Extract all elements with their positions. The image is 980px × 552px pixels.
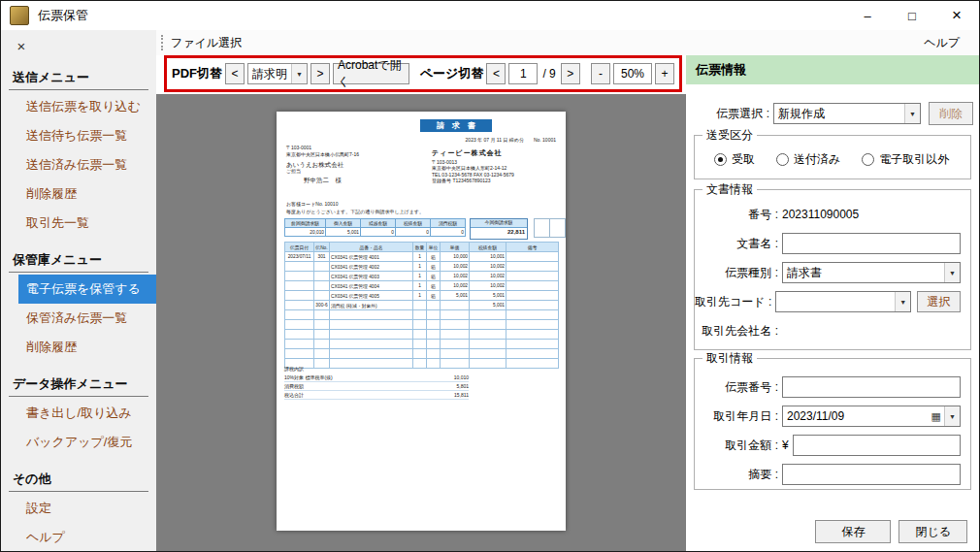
client-name-label: 取引先会社名 : bbox=[695, 323, 778, 340]
open-acrobat-button[interactable]: Acrobatで開く bbox=[333, 63, 409, 84]
radio-unchecked-icon bbox=[862, 153, 874, 166]
close-button[interactable]: × bbox=[934, 1, 979, 30]
sidebar-item-partner-list[interactable]: 取引先一覧 bbox=[18, 209, 156, 238]
docname-input[interactable] bbox=[782, 233, 961, 254]
pdf-prev-button[interactable]: < bbox=[225, 63, 245, 84]
sidebar-heading-storage-menu: 保管庫メニュー bbox=[9, 249, 148, 273]
sender-line: 東京都中央区日本橋人形町2-14-12 bbox=[432, 165, 514, 172]
invoice-sender-block: ティービー株式会社 〒103-0013 東京都中央区日本橋人形町2-14-12 … bbox=[432, 150, 514, 184]
sidebar: × 送信メニュー 送信伝票を取り込む 送信待ち伝票一覧 送信済み伝票一覧 削除履… bbox=[1, 30, 156, 551]
zoom-input[interactable] bbox=[613, 63, 652, 84]
memo-input[interactable] bbox=[782, 464, 961, 485]
sidebar-item-backup-restore[interactable]: バックアップ/復元 bbox=[18, 428, 156, 457]
stamp-box bbox=[534, 218, 566, 238]
help-link[interactable]: ヘルプ bbox=[924, 35, 960, 51]
sidebar-item-stored-slip-list[interactable]: 保管済み伝票一覧 bbox=[18, 304, 156, 333]
invoice-document: 請 求 書 2023 年 07 月 11 日 締め分 No. 10001 〒10… bbox=[277, 112, 566, 531]
sidebar-heading-send-menu: 送信メニュー bbox=[9, 67, 148, 90]
sidebar-item-help[interactable]: ヘルプ bbox=[18, 523, 156, 551]
window-controls: – □ × bbox=[845, 1, 979, 30]
invoice-closing-date: 2023 年 07 月 11 日 締め分 bbox=[466, 137, 524, 143]
close-dialog-button[interactable]: 閉じる bbox=[898, 520, 967, 543]
client-code-combo[interactable]: ▼ bbox=[775, 291, 911, 312]
dropdown-arrow-icon[interactable]: ▼ bbox=[944, 406, 960, 426]
slip-number-label: 伝票番号 : bbox=[695, 379, 778, 396]
tax-breakdown-label: 課税内訳 bbox=[284, 366, 478, 372]
slip-select-value: 新規作成 bbox=[774, 106, 904, 122]
invoice-number: No. 10001 bbox=[534, 137, 556, 143]
radio-receive[interactable]: 受取 bbox=[714, 151, 755, 168]
docname-label: 文書名 : bbox=[695, 236, 778, 252]
invoice-total-label: 今回御請求額 bbox=[471, 219, 527, 228]
save-button[interactable]: 保存 bbox=[815, 520, 891, 543]
pdf-switch-label: PDF切替 bbox=[172, 65, 222, 82]
slip-type-label: 伝票種別 : bbox=[695, 265, 778, 281]
zoom-out-button[interactable]: - bbox=[591, 63, 610, 84]
detail-row bbox=[285, 349, 559, 359]
slip-select-combo[interactable]: 新規作成 ▼ bbox=[773, 103, 921, 124]
document-info-group-title: 文書情報 bbox=[702, 182, 757, 196]
tax-breakdown-row: 10%対象 標準税率(抜) 10,010 bbox=[284, 373, 469, 382]
invoice-total-value: 22,811 bbox=[471, 228, 527, 239]
sidebar-item-storage-delete-history[interactable]: 削除履歴 bbox=[18, 333, 156, 362]
radio-non-electronic[interactable]: 電子取引以外 bbox=[862, 151, 949, 168]
tax-breakdown-row: 消費税額 5,801 bbox=[284, 382, 469, 391]
amount-input[interactable] bbox=[793, 435, 961, 456]
dropdown-arrow-icon: ▼ bbox=[904, 104, 920, 123]
sidebar-close-icon[interactable]: × bbox=[13, 38, 30, 55]
trade-date-input[interactable]: 2023/11/09 ▦ ▼ bbox=[782, 406, 961, 427]
slip-type-combo[interactable]: 請求書 ▼ bbox=[782, 262, 961, 283]
select-button[interactable]: 選択 bbox=[917, 291, 961, 312]
detail-row: 300-6 消費税 (軽減・対象外) 5,001 bbox=[285, 301, 559, 310]
recipient-person: 野中浩二 様 bbox=[304, 177, 359, 183]
sidebar-item-export-import[interactable]: 書き出し/取り込み bbox=[18, 399, 156, 428]
sidebar-item-import-send-slips[interactable]: 送信伝票を取り込む bbox=[18, 92, 156, 121]
invoice-summary: 前回御請求額 御入金額 繰越金額 税抜金額 消費税額 20,010 5,001 … bbox=[284, 218, 566, 240]
slip-select-label: 伝票選択 : bbox=[686, 106, 769, 122]
pdf-next-button[interactable]: > bbox=[310, 63, 330, 84]
amount-label: 取引金額 : bbox=[695, 438, 778, 454]
sidebar-item-settings[interactable]: 設定 bbox=[18, 494, 156, 523]
page-input[interactable] bbox=[508, 63, 538, 84]
app-window: 伝票保管 – □ × × 送信メニュー 送信伝票を取り込む 送信待ち伝票一覧 送… bbox=[0, 0, 980, 552]
slip-info-panel: 伝票選択 : 新規作成 ▼ 削除 送受区分 受取 送付済み 電子 bbox=[686, 94, 979, 551]
detail-row bbox=[285, 340, 559, 349]
slip-type-value: 請求書 bbox=[783, 265, 944, 281]
invoice-recipient-block: 〒103-0001 東京都中央区日本橋小伝馬町7-16 あいうえお株式会社 ご担… bbox=[286, 145, 359, 183]
detail-table: 伝票日付 伝No. 品番・品名 数量 単位 単価 税抜金額 備考 2023/07 bbox=[284, 242, 559, 369]
zoom-in-button[interactable]: + bbox=[655, 63, 674, 84]
radio-non-electronic-label: 電子取引以外 bbox=[879, 151, 949, 168]
radio-sent[interactable]: 送付済み bbox=[776, 151, 840, 168]
invoice-detail: 伝票日付 伝No. 品番・品名 数量 単位 単価 税抜金額 備考 2023/07 bbox=[284, 242, 559, 369]
send-receive-group-title: 送受区分 bbox=[702, 128, 757, 142]
window-title: 伝票保管 bbox=[38, 7, 88, 24]
stamp-cell bbox=[534, 218, 550, 238]
sidebar-heading-other: その他 bbox=[9, 469, 148, 492]
recipient-address: 東京都中央区日本橋小伝馬町7-16 bbox=[286, 151, 359, 158]
summary-table: 前回御請求額 御入金額 繰越金額 税抜金額 消費税額 20,010 5,001 … bbox=[284, 218, 466, 237]
detail-row: CX0341 伝票管理 4005 1 箱 5,001 5,001 bbox=[285, 291, 559, 301]
sidebar-item-store-electronic-slip[interactable]: 電子伝票を保管する bbox=[18, 275, 156, 304]
detail-row: CX0341 伝票管理 4002 1 箱 10,002 10,002 bbox=[285, 262, 559, 272]
page-prev-button[interactable]: < bbox=[486, 63, 506, 84]
invoice-title: 請 求 書 bbox=[420, 119, 492, 132]
invoice-date-line: 2023 年 07 月 11 日 締め分 No. 10001 bbox=[466, 137, 556, 143]
toolbar-grip-icon[interactable] bbox=[161, 35, 163, 50]
invoice-greeting: 毎度ありがとうございます。下記の通り御請求申し上げます。 bbox=[286, 209, 424, 214]
highlight-annotation: PDF切替 < 請求明 ▼ > Acrobatで開く ページ切替 < / 9 >… bbox=[164, 55, 682, 92]
transaction-info-group: 取引情報 伝票番号 : 取引年月日 : 2023/11/09 ▦ ▼ 取引金額 … bbox=[694, 358, 971, 490]
sidebar-item-send-delete-history[interactable]: 削除履歴 bbox=[18, 179, 156, 209]
sidebar-heading-data-menu: データ操作メニュー bbox=[9, 373, 148, 397]
delete-button[interactable]: 削除 bbox=[929, 102, 973, 125]
sidebar-item-send-done-list[interactable]: 送信済み伝票一覧 bbox=[18, 150, 156, 179]
tax-breakdown-row: 税込合計 15,811 bbox=[284, 391, 469, 400]
maximize-button[interactable]: □ bbox=[890, 1, 934, 30]
send-receive-group: 送受区分 受取 送付済み 電子取引以外 bbox=[694, 135, 971, 179]
slip-number-input[interactable] bbox=[782, 376, 961, 398]
page-next-button[interactable]: > bbox=[561, 63, 580, 84]
sidebar-item-send-pending-list[interactable]: 送信待ち伝票一覧 bbox=[18, 121, 156, 150]
minimize-button[interactable]: – bbox=[845, 1, 890, 30]
detail-row bbox=[285, 310, 559, 320]
pdf-select-combo[interactable]: 請求明 ▼ bbox=[247, 63, 308, 84]
detail-row: CX0341 伝票管理 4004 1 箱 10,002 10,002 bbox=[285, 281, 559, 291]
